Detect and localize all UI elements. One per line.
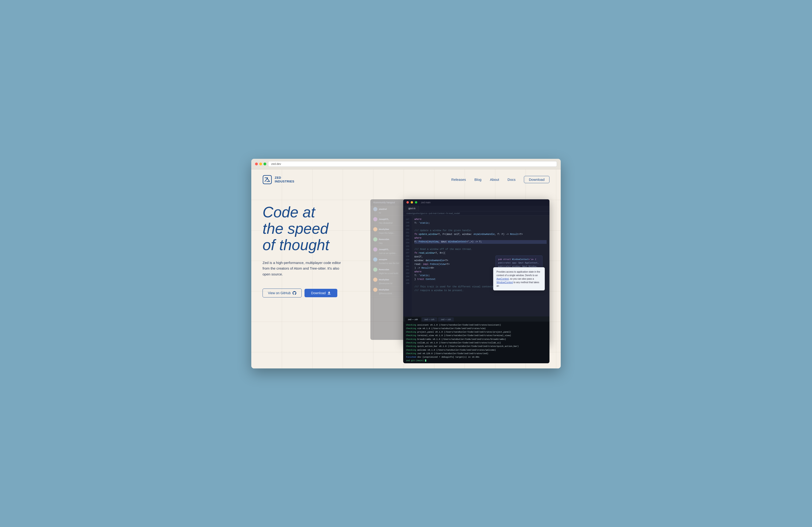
- download-label: Download: [311, 291, 325, 295]
- page-content: ZED INDUSTRIES Releases Blog About Docs …: [251, 169, 561, 368]
- editor-close[interactable]: [406, 201, 409, 204]
- code-line: where: [415, 236, 547, 240]
- code-line: where: [415, 217, 547, 221]
- editor-tab-gpui[interactable]: gpui.rs: [405, 206, 419, 211]
- download-button[interactable]: Download: [304, 289, 337, 297]
- nav-links: Releases Blog About Docs Download: [451, 176, 549, 183]
- code-line: T: 'static;: [415, 221, 547, 225]
- browser-window: zed.dev: [251, 159, 561, 368]
- browser-chrome: zed.dev: [251, 159, 561, 169]
- editor-titlebar: zed main: [403, 199, 549, 206]
- minimize-button[interactable]: [259, 163, 262, 165]
- terminal-body: Checking assistant v0.1.0 (/Users/natebu…: [403, 321, 549, 363]
- editor-tab-bar: gpui.rs: [403, 206, 549, 211]
- maximize-button[interactable]: [263, 163, 266, 165]
- terminal-line: Checking quick_action_bar v0.1.0 (/Users…: [406, 345, 547, 348]
- code-line: fn read_window<T, R>({: [415, 251, 547, 255]
- terminal-line: Checking terminal_view v0.1.0 (/Users/na…: [406, 334, 547, 337]
- zed-logo-icon: [263, 175, 272, 184]
- terminal-panel: zed — zsh zed — zsh zed — zsh Checking a…: [403, 316, 549, 363]
- tooltip-link-windowcontext[interactable]: WindowContext: [496, 281, 513, 284]
- terminal-tab-1[interactable]: zed — zsh: [405, 317, 421, 321]
- terminal-prompt: zed git:(main) █: [406, 359, 547, 363]
- nav-blog[interactable]: Blog: [475, 178, 481, 182]
- def-line-1: pub struct WindowContext<'a> {: [498, 258, 540, 261]
- logo[interactable]: ZED INDUSTRIES: [263, 175, 294, 184]
- code-line: [415, 244, 547, 247]
- terminal-tabs: zed — zsh zed — zsh zed — zsh: [403, 316, 549, 321]
- github-label: View on GitHub: [268, 291, 291, 295]
- code-line: /// Read a window off of the main thread…: [415, 247, 547, 251]
- hero-buttons: View on GitHub Download: [263, 289, 361, 298]
- code-line: /// Update a window for the given handle…: [415, 229, 547, 232]
- terminal-line: Checking assistant v0.1.0 (/Users/natebu…: [406, 323, 547, 327]
- editor-minimize[interactable]: [411, 201, 413, 204]
- svg-rect-1: [328, 294, 331, 295]
- tooltip-text: Provides access to application state in …: [496, 271, 540, 287]
- terminal-line: Checking project_panel v0.1.0 (/Users/na…: [406, 331, 547, 334]
- nav-docs[interactable]: Docs: [508, 178, 516, 182]
- nav-about[interactable]: About: [490, 178, 499, 182]
- hero-description: Zed is a high-performance, multiplayer c…: [263, 260, 342, 277]
- code-line: [415, 225, 547, 229]
- terminal-line: Checking vim v0.1.0 (/Users/natebutler/C…: [406, 327, 547, 331]
- download-icon: [328, 291, 331, 295]
- terminal-line: Checking breadcrumbs v0.1.0 (/Users/nate…: [406, 338, 547, 341]
- editor-breadcrumb-path: crates/gpui/src/gpui.rs › pub trait Cont…: [403, 211, 549, 216]
- hero-section: Code atthe speedof thought Zed is a high…: [251, 190, 561, 368]
- hero-content: Code atthe speedof thought Zed is a high…: [263, 199, 361, 298]
- navigation: ZED INDUSTRIES Releases Blog About Docs …: [251, 169, 561, 190]
- terminal-line: Checking welcome v0.1.0 (/Users/natebutl…: [406, 348, 547, 352]
- nav-releases[interactable]: Releases: [451, 178, 466, 182]
- tooltip-popup: Provides access to application state in …: [493, 267, 545, 290]
- terminal-tab-2[interactable]: zed — zsh: [422, 317, 437, 321]
- code-line: F: FnOnce(AnyView, &mut WindowContext<'_…: [415, 240, 547, 244]
- terminal-line: Finished dev [unoptimized + debuginfo] t…: [406, 356, 547, 359]
- code-line: fn update_window<T, F>(&mut self, window…: [415, 232, 547, 236]
- traffic-lights: [255, 163, 266, 165]
- editor-maximize[interactable]: [415, 201, 417, 204]
- editor-area: #community hangout alaidriel hi! JosephT…: [371, 199, 549, 359]
- hero-title: Code atthe speedof thought: [263, 204, 361, 253]
- github-icon: [292, 291, 296, 295]
- close-button[interactable]: [255, 163, 258, 165]
- url-bar[interactable]: zed.dev: [268, 161, 557, 167]
- svg-rect-0: [263, 176, 272, 184]
- nav-download-button[interactable]: Download: [524, 176, 549, 183]
- def-line-2: pub(crate) app: &mut AppContext,: [498, 261, 540, 265]
- terminal-line: Checking zed v0.120.0 (/Users/natebutler…: [406, 352, 547, 356]
- editor-title: zed main: [421, 201, 431, 204]
- logo-text: ZED INDUSTRIES: [275, 176, 294, 183]
- github-button[interactable]: View on GitHub: [263, 289, 302, 298]
- tooltip-link-appcontext[interactable]: AppContext: [496, 277, 509, 280]
- terminal-line: Checking collab_ui v0.1.0 (/Users/natebu…: [406, 341, 547, 345]
- terminal-tab-3[interactable]: zed — zsh: [438, 317, 454, 321]
